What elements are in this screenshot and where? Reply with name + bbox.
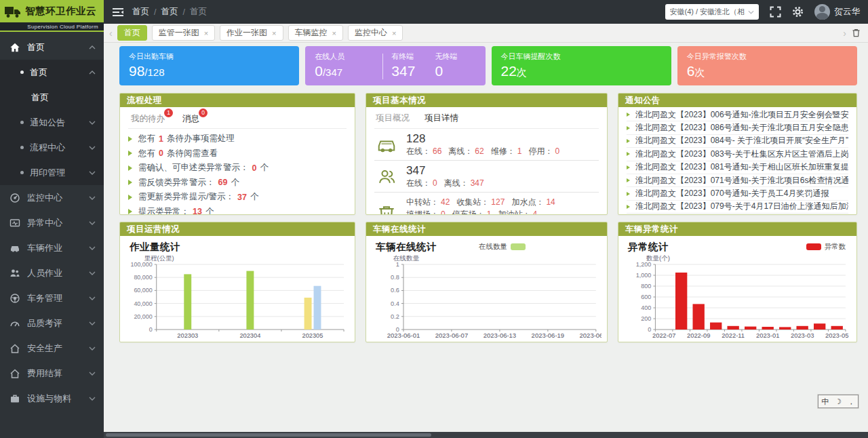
sidebar-item-home-sub[interactable]: 首页: [0, 60, 104, 85]
home-icon: [9, 42, 20, 53]
view-tab-车辆监控[interactable]: 车辆监控×: [288, 25, 343, 41]
chevron-up-icon: [89, 45, 96, 49]
notice-item[interactable]: 淮北同盈文【2023】084号- 关于淮北项目开展“安全生产月”活动的通知: [627, 135, 848, 148]
notice-item[interactable]: 淮北同盈文【2023】081号通知-关于相山区班长加班重复提报的通报: [627, 161, 848, 174]
breadcrumb-current: 首页: [190, 6, 207, 18]
close-tab-icon[interactable]: ×: [392, 29, 396, 37]
process-item[interactable]: 提示类异常： 13 个: [128, 205, 347, 215]
project-tab-项目详情[interactable]: 项目详情: [425, 113, 458, 124]
sidebar-item-vehicle-ops[interactable]: 车辆作业: [0, 235, 104, 260]
breadcrumb: 首页 / 首页 / 首页: [132, 6, 207, 18]
close-tabs-trash-icon[interactable]: [851, 28, 861, 38]
process-list: 您有1条待办事项需处理您有0条待阅需查看需确认、可申述类异常警示： 0 个需反馈…: [128, 129, 347, 214]
ime-glyph[interactable]: 中: [821, 397, 829, 407]
stat-card-attendance[interactable]: 今日出勤车辆 98/128: [119, 46, 299, 85]
user-avatar[interactable]: [814, 4, 830, 20]
people-icon: [376, 167, 397, 187]
sidebar-item-vehicle-mgmt[interactable]: 车务管理: [0, 285, 104, 311]
chevron-down-icon: [89, 246, 96, 250]
svg-text:1,200: 1,200: [636, 261, 652, 268]
notice-item[interactable]: 淮北同盈文【2023】083号-关于杜集区东片区主管酒后上岗的处罚通告: [627, 148, 848, 161]
svg-text:600: 600: [641, 294, 651, 300]
tabs-scroll-right-icon[interactable]: ›: [843, 28, 846, 38]
play-arrow-icon: [128, 165, 132, 171]
vehicle-stats: 在线：66离线：62维修：1停用：0: [406, 146, 566, 157]
close-tab-icon[interactable]: ×: [332, 29, 336, 37]
process-item[interactable]: 需反馈类异常警示： 69 个: [128, 176, 347, 191]
gauge-icon: [9, 318, 20, 329]
chart-title: 车辆在线统计: [376, 241, 437, 254]
notice-item[interactable]: 淮北同盈文【2023】071号通知-关于淮北项目6s检查情况通报(2)(2): [627, 174, 848, 187]
ime-glyph[interactable]: ，: [848, 397, 855, 407]
breadcrumb-home[interactable]: 首页: [132, 6, 149, 18]
chevron-down-icon: [748, 10, 754, 14]
region-select[interactable]: 安徽(4) / 安徽淮北（相...: [665, 4, 759, 20]
view-tab-作业一张图[interactable]: 作业一张图×: [220, 25, 283, 41]
region-select-value: 安徽(4) / 安徽淮北（相...: [670, 7, 745, 17]
svg-text:200: 200: [641, 315, 651, 322]
process-tab-消息[interactable]: 消息0: [182, 113, 199, 125]
view-tab-监管一张图[interactable]: 监管一张图×: [152, 25, 215, 41]
svg-text:2023-06-25: 2023-06-25: [580, 332, 601, 339]
process-item[interactable]: 您有0条待阅需查看: [128, 146, 347, 161]
process-item[interactable]: 需更新类异常提示/警示： 37 个: [128, 190, 347, 205]
play-arrow-icon: [627, 152, 631, 156]
stat-card-abnormal-alarms[interactable]: 今日异常报警次数 6次: [677, 46, 857, 85]
sidebar-item-cost-settlement[interactable]: 费用结算: [0, 361, 104, 386]
sidebar-item-seal-mgmt[interactable]: 用印管理: [0, 160, 104, 185]
vehicles-online-line-chart: 在线数量10.80.60.40.202023-06-012023-06-0720…: [372, 254, 601, 342]
notice-item[interactable]: 淮北同盈文【2023】086号通知-关于淮北项目五月安全隐患检查情况通告: [627, 121, 848, 134]
notice-item[interactable]: 淮北同盈文【2023】079号-关于4月17日油价上涨通知后加油情况通报: [627, 201, 848, 214]
horizontal-scrollbar: [104, 432, 868, 438]
truck-logo-icon: [4, 4, 22, 19]
people-icon: [9, 268, 20, 279]
sidebar-item-quality-review[interactable]: 品质考评: [0, 311, 104, 336]
settings-gear-icon[interactable]: [792, 6, 804, 18]
panel-operations-chart: 项目运营情况 作业量统计 里程(公里)100,00080,00060,00040…: [119, 222, 355, 342]
process-item[interactable]: 您有1条待办事项需处理: [128, 132, 347, 146]
breadcrumb-level2[interactable]: 首页: [161, 6, 178, 18]
svg-text:2023-06-07: 2023-06-07: [435, 332, 468, 339]
bullet-icon: [20, 146, 24, 149]
process-tab-我的待办[interactable]: 我的待办1: [131, 113, 165, 125]
process-item[interactable]: 需确认、可申述类异常警示： 0 个: [128, 161, 347, 176]
stat-card-vehicle-reminders[interactable]: 今日车辆提醒次数 22次: [492, 46, 671, 85]
sidebar-item-exception-center[interactable]: 异常中心: [0, 210, 104, 235]
tabs-scroll-left-icon[interactable]: ‹: [109, 28, 113, 38]
close-tab-icon[interactable]: ×: [204, 29, 208, 37]
vehicle-total: 128: [406, 133, 566, 145]
notice-item[interactable]: 淮北同盈文【2023】006号通知-淮北项目五月安全例会暨安全生产月启动会…: [627, 108, 848, 121]
view-tab-首页[interactable]: 首页: [117, 25, 147, 41]
sidebar-item-process-center[interactable]: 流程中心: [0, 135, 104, 160]
collapse-menu-icon[interactable]: [112, 7, 124, 17]
sidebar-item-home[interactable]: 首页: [0, 35, 104, 60]
sidebar-item-monitor-center[interactable]: 监控中心: [0, 185, 104, 210]
chevron-down-icon: [89, 121, 96, 125]
project-tab-项目概况[interactable]: 项目概况: [376, 113, 410, 124]
notice-item[interactable]: 淮北同盈文【2023】070号通知-关于员工4月奖罚通报: [627, 187, 848, 200]
play-arrow-icon: [128, 151, 132, 156]
ime-glyph[interactable]: ☽: [835, 397, 842, 406]
box-icon: [9, 393, 20, 404]
stat-value-sub: 次: [694, 66, 705, 78]
fullscreen-icon[interactable]: [770, 6, 781, 18]
sidebar-item-safety-production[interactable]: 安全生产: [0, 336, 104, 361]
chevron-down-icon: [89, 171, 96, 175]
user-name: 贺云华: [835, 6, 861, 18]
svg-text:1: 1: [396, 261, 399, 268]
panel-title: 车辆异常统计: [618, 222, 856, 236]
stat-card-online-personnel[interactable]: 在线人员 0/347 有终端 347 无终端 0: [305, 46, 485, 85]
scrollbar-thumb[interactable]: [106, 433, 431, 437]
panels-grid: 流程处理 我的待办1消息0 您有1条待办事项需处理您有0条待阅需查看需确认、可申…: [119, 93, 857, 342]
sidebar-item-home-leaf[interactable]: 首页: [0, 85, 104, 110]
close-tab-icon[interactable]: ×: [272, 29, 276, 37]
view-tabs: 首页监管一张图×作业一张图×车辆监控×监控中心×: [117, 25, 403, 41]
work-volume-bar-chart: 里程(公里)100,00080,00060,00040,00020,000020…: [125, 254, 349, 342]
view-tab-监控中心[interactable]: 监控中心×: [348, 25, 403, 41]
sidebar-item-facilities-materials[interactable]: 设施与物料: [0, 386, 104, 411]
sidebar-item-personnel-ops[interactable]: 人员作业: [0, 260, 104, 285]
chart-legend: 异常数: [806, 242, 846, 252]
sidebar-item-notice[interactable]: 通知公告: [0, 110, 104, 135]
ime-toolbar[interactable]: 中☽，: [818, 395, 859, 408]
panel-process-handling: 流程处理 我的待办1消息0 您有1条待办事项需处理您有0条待阅需查看需确认、可申…: [119, 93, 355, 215]
